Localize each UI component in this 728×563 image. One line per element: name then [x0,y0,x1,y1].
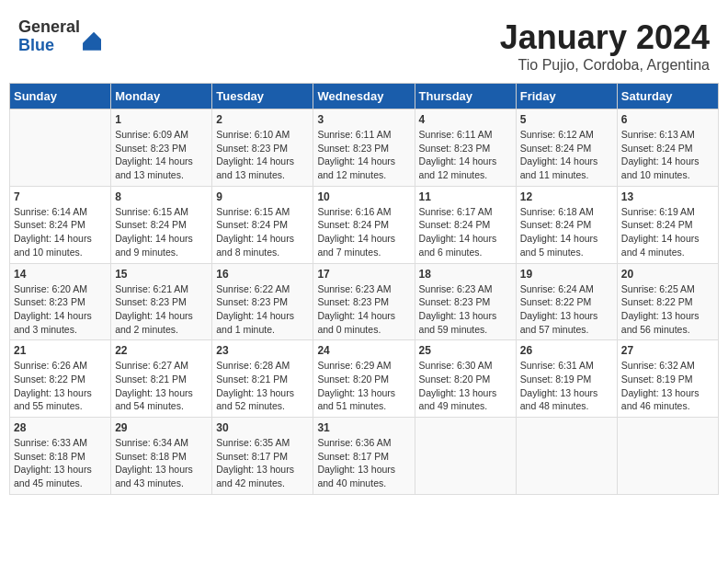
day-number: 31 [317,421,410,434]
calendar-cell: 6Sunrise: 6:13 AM Sunset: 8:24 PM Daylig… [617,109,718,187]
calendar-week-3: 21Sunrise: 6:26 AM Sunset: 8:22 PM Dayli… [10,340,719,418]
day-info: Sunrise: 6:28 AM Sunset: 8:21 PM Dayligh… [216,359,309,413]
calendar-cell: 3Sunrise: 6:11 AM Sunset: 8:23 PM Daylig… [313,109,415,187]
calendar-cell: 15Sunrise: 6:21 AM Sunset: 8:23 PM Dayli… [111,263,212,340]
day-number: 20 [621,268,714,281]
day-info: Sunrise: 6:18 AM Sunset: 8:24 PM Dayligh… [520,205,613,259]
day-info: Sunrise: 6:14 AM Sunset: 8:24 PM Dayligh… [14,205,107,259]
day-number: 1 [115,113,208,126]
calendar-cell: 31Sunrise: 6:36 AM Sunset: 8:17 PM Dayli… [313,418,415,495]
logo: General Blue [18,18,101,55]
calendar-week-4: 28Sunrise: 6:33 AM Sunset: 8:18 PM Dayli… [10,418,719,495]
calendar-cell: 22Sunrise: 6:27 AM Sunset: 8:21 PM Dayli… [111,340,212,418]
logo-general: General [18,18,80,37]
day-info: Sunrise: 6:15 AM Sunset: 8:24 PM Dayligh… [216,205,309,259]
day-info: Sunrise: 6:27 AM Sunset: 8:21 PM Dayligh… [115,359,208,413]
day-info: Sunrise: 6:12 AM Sunset: 8:24 PM Dayligh… [520,128,613,182]
day-number: 27 [621,344,714,357]
calendar-cell: 7Sunrise: 6:14 AM Sunset: 8:24 PM Daylig… [10,186,111,263]
calendar-cell [516,418,617,495]
day-number: 5 [520,113,613,126]
day-info: Sunrise: 6:11 AM Sunset: 8:23 PM Dayligh… [317,128,410,182]
day-number: 9 [216,190,309,203]
calendar-cell [415,418,516,495]
col-header-saturday: Saturday [617,84,718,109]
page-subtitle: Tio Pujio, Cordoba, Argentina [500,57,710,74]
day-number: 26 [520,344,613,357]
calendar-cell: 4Sunrise: 6:11 AM Sunset: 8:23 PM Daylig… [415,109,516,187]
day-number: 18 [419,268,512,281]
day-info: Sunrise: 6:35 AM Sunset: 8:17 PM Dayligh… [216,436,309,490]
day-info: Sunrise: 6:20 AM Sunset: 8:23 PM Dayligh… [14,282,107,337]
calendar-cell: 29Sunrise: 6:34 AM Sunset: 8:18 PM Dayli… [111,418,212,495]
day-number: 10 [317,190,410,203]
day-info: Sunrise: 6:15 AM Sunset: 8:24 PM Dayligh… [115,205,208,259]
calendar-cell: 24Sunrise: 6:29 AM Sunset: 8:20 PM Dayli… [313,340,415,418]
calendar-cell: 25Sunrise: 6:30 AM Sunset: 8:20 PM Dayli… [415,340,516,418]
calendar-cell: 10Sunrise: 6:16 AM Sunset: 8:24 PM Dayli… [313,186,415,263]
day-info: Sunrise: 6:31 AM Sunset: 8:19 PM Dayligh… [520,359,613,413]
calendar-week-0: 1Sunrise: 6:09 AM Sunset: 8:23 PM Daylig… [10,109,719,187]
day-number: 15 [115,268,208,281]
calendar-cell: 17Sunrise: 6:23 AM Sunset: 8:23 PM Dayli… [313,263,415,340]
day-number: 11 [419,190,512,203]
calendar-cell [617,418,718,495]
page-header: General Blue January 2024 Tio Pujio, Cor… [9,9,719,78]
day-number: 28 [14,421,107,434]
logo-blue: Blue [18,37,80,55]
calendar-cell: 13Sunrise: 6:19 AM Sunset: 8:24 PM Dayli… [617,186,718,263]
col-header-thursday: Thursday [415,84,516,109]
day-info: Sunrise: 6:17 AM Sunset: 8:24 PM Dayligh… [419,205,512,259]
col-header-friday: Friday [516,84,617,109]
day-info: Sunrise: 6:23 AM Sunset: 8:23 PM Dayligh… [419,282,512,337]
day-number: 22 [115,344,208,357]
calendar-cell: 16Sunrise: 6:22 AM Sunset: 8:23 PM Dayli… [212,263,313,340]
title-block: January 2024 Tio Pujio, Cordoba, Argenti… [500,18,710,74]
calendar-cell [10,109,111,187]
day-number: 3 [317,113,410,126]
day-number: 25 [419,344,512,357]
day-number: 4 [419,113,512,126]
day-info: Sunrise: 6:30 AM Sunset: 8:20 PM Dayligh… [419,359,512,413]
day-info: Sunrise: 6:24 AM Sunset: 8:22 PM Dayligh… [520,282,613,337]
day-number: 17 [317,268,410,281]
day-number: 19 [520,268,613,281]
logo-icon [83,32,101,51]
day-number: 30 [216,421,309,434]
day-info: Sunrise: 6:11 AM Sunset: 8:23 PM Dayligh… [419,128,512,182]
calendar-cell: 2Sunrise: 6:10 AM Sunset: 8:23 PM Daylig… [212,109,313,187]
day-number: 21 [14,344,107,357]
calendar-table: SundayMondayTuesdayWednesdayThursdayFrid… [9,83,719,495]
day-number: 6 [621,113,714,126]
calendar-cell: 12Sunrise: 6:18 AM Sunset: 8:24 PM Dayli… [516,186,617,263]
day-info: Sunrise: 6:16 AM Sunset: 8:24 PM Dayligh… [317,205,410,259]
calendar-cell: 28Sunrise: 6:33 AM Sunset: 8:18 PM Dayli… [10,418,111,495]
calendar-cell: 23Sunrise: 6:28 AM Sunset: 8:21 PM Dayli… [212,340,313,418]
day-info: Sunrise: 6:33 AM Sunset: 8:18 PM Dayligh… [14,436,107,490]
page-title: January 2024 [500,18,710,57]
day-info: Sunrise: 6:23 AM Sunset: 8:23 PM Dayligh… [317,282,410,337]
day-number: 2 [216,113,309,126]
day-number: 14 [14,268,107,281]
calendar-week-2: 14Sunrise: 6:20 AM Sunset: 8:23 PM Dayli… [10,263,719,340]
col-header-wednesday: Wednesday [313,84,415,109]
day-info: Sunrise: 6:29 AM Sunset: 8:20 PM Dayligh… [317,359,410,413]
day-number: 8 [115,190,208,203]
calendar-cell: 20Sunrise: 6:25 AM Sunset: 8:22 PM Dayli… [617,263,718,340]
calendar-cell: 18Sunrise: 6:23 AM Sunset: 8:23 PM Dayli… [415,263,516,340]
day-number: 23 [216,344,309,357]
day-info: Sunrise: 6:34 AM Sunset: 8:18 PM Dayligh… [115,436,208,490]
day-info: Sunrise: 6:19 AM Sunset: 8:24 PM Dayligh… [621,205,714,259]
day-number: 24 [317,344,410,357]
calendar-cell: 26Sunrise: 6:31 AM Sunset: 8:19 PM Dayli… [516,340,617,418]
calendar-cell: 5Sunrise: 6:12 AM Sunset: 8:24 PM Daylig… [516,109,617,187]
day-info: Sunrise: 6:25 AM Sunset: 8:22 PM Dayligh… [621,282,714,337]
day-number: 29 [115,421,208,434]
calendar-cell: 14Sunrise: 6:20 AM Sunset: 8:23 PM Dayli… [10,263,111,340]
calendar-cell: 1Sunrise: 6:09 AM Sunset: 8:23 PM Daylig… [111,109,212,187]
col-header-tuesday: Tuesday [212,84,313,109]
calendar-cell: 19Sunrise: 6:24 AM Sunset: 8:22 PM Dayli… [516,263,617,340]
day-info: Sunrise: 6:22 AM Sunset: 8:23 PM Dayligh… [216,282,309,337]
day-info: Sunrise: 6:32 AM Sunset: 8:19 PM Dayligh… [621,359,714,413]
calendar-cell: 9Sunrise: 6:15 AM Sunset: 8:24 PM Daylig… [212,186,313,263]
